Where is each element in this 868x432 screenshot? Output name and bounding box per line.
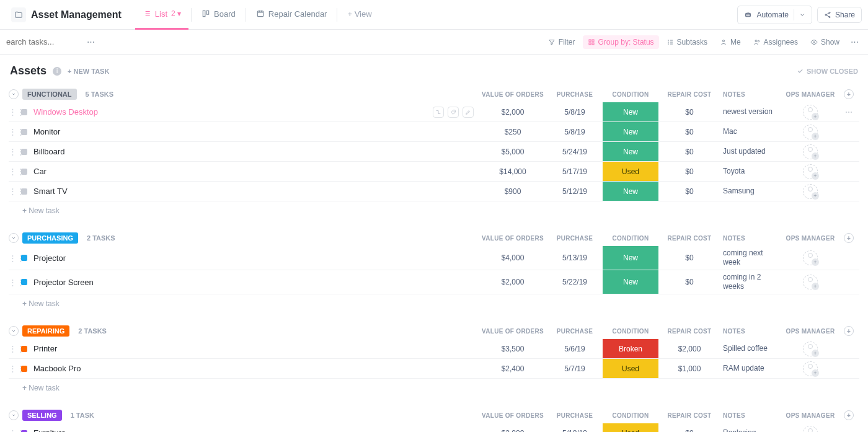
subtasks-button[interactable]: Subtasks — [662, 35, 712, 49]
group-new-task-button[interactable]: + New task — [9, 379, 859, 394]
status-square-icon[interactable] — [21, 430, 27, 433]
cell-notes[interactable]: Samsung — [720, 184, 782, 198]
assign-avatar-icon[interactable] — [803, 125, 818, 139]
cell-condition[interactable]: Used — [603, 162, 658, 181]
assign-avatar-icon[interactable] — [803, 184, 818, 199]
edit-icon[interactable] — [463, 107, 474, 118]
drag-handle-icon[interactable]: ⋮⋮ — [9, 364, 20, 373]
condition-badge[interactable]: New — [603, 246, 658, 270]
assign-avatar-icon[interactable] — [803, 144, 818, 159]
cell-value[interactable]: $2,000 — [479, 278, 547, 286]
cell-value[interactable]: $2,000 — [479, 429, 547, 433]
status-pill[interactable]: PURCHASING — [22, 232, 78, 244]
group-new-task-button[interactable]: + New task — [9, 201, 859, 216]
cell-notes[interactable]: newest version — [720, 105, 782, 119]
toolbar-more-icon[interactable]: ⋯ — [847, 37, 862, 46]
cell-value[interactable]: $2,400 — [479, 364, 547, 373]
task-row[interactable]: ⋮⋮Macbook Pro$2,4005/7/19Used$1,000RAM u… — [9, 359, 859, 379]
task-name[interactable]: Furniture — [33, 425, 479, 432]
info-icon[interactable]: i — [53, 67, 61, 76]
cell-condition[interactable]: New — [603, 142, 658, 161]
cell-condition[interactable]: New — [603, 102, 658, 121]
cell-notes[interactable]: Mac — [720, 125, 782, 139]
task-row[interactable]: ⋮⋮Furniture$2,0005/18/19Used$0Replacing — [9, 423, 859, 432]
status-square-icon[interactable] — [21, 188, 27, 195]
drag-handle-icon[interactable]: ⋮⋮ — [9, 278, 20, 287]
status-square-icon[interactable] — [21, 149, 27, 155]
row-more-icon[interactable]: ⋯ — [838, 108, 859, 117]
cell-value[interactable]: $900 — [479, 187, 547, 196]
cell-value[interactable]: $3,500 — [479, 345, 547, 353]
task-row[interactable]: ⋮⋮Windows Desktop$2,0005/8/19New$0newest… — [9, 102, 859, 122]
task-row[interactable]: ⋮⋮Printer$3,5005/6/19Broken$2,000Spilled… — [9, 339, 859, 359]
task-row[interactable]: ⋮⋮Monitor$2505/8/19New$0Mac — [9, 122, 859, 142]
cell-condition[interactable]: Used — [603, 359, 658, 378]
add-column-button[interactable]: + — [838, 326, 859, 336]
cell-notes[interactable]: RAM update — [720, 361, 782, 376]
subtask-icon[interactable] — [433, 107, 444, 118]
cell-repair-cost[interactable]: $0 — [658, 429, 720, 433]
show-button[interactable]: Show — [805, 35, 844, 49]
cell-condition[interactable]: New — [603, 270, 658, 294]
tab-list[interactable]: List2 ▾ — [135, 0, 188, 30]
cell-purchase[interactable]: 5/13/19 — [547, 253, 603, 262]
cell-purchase[interactable]: 5/24/19 — [547, 148, 603, 156]
group-by-button[interactable]: Group by: Status — [583, 35, 659, 49]
cell-value[interactable]: $250 — [479, 128, 547, 136]
status-pill[interactable]: FUNCTIONAL — [22, 89, 77, 100]
task-name[interactable]: Projector Screen — [33, 274, 479, 291]
status-square-icon[interactable] — [21, 255, 27, 261]
cell-repair-cost[interactable]: $0 — [658, 148, 720, 156]
task-row[interactable]: ⋮⋮Smart TV$9005/12/19New$0Samsung — [9, 182, 859, 201]
cell-ops-manager[interactable] — [782, 184, 838, 199]
drag-handle-icon[interactable]: ⋮⋮ — [9, 107, 20, 117]
task-name[interactable]: Windows Desktop — [33, 104, 433, 120]
task-name[interactable]: Billboard — [33, 143, 479, 160]
collapse-toggle[interactable] — [9, 89, 19, 99]
condition-badge[interactable]: New — [603, 270, 658, 294]
cell-ops-manager[interactable] — [782, 426, 838, 433]
filter-button[interactable]: Filter — [543, 35, 580, 49]
condition-badge[interactable]: Used — [603, 359, 658, 378]
drag-handle-icon[interactable]: ⋮⋮ — [9, 253, 20, 263]
cell-ops-manager[interactable] — [782, 275, 838, 289]
assign-avatar-icon[interactable] — [803, 275, 818, 289]
cell-notes[interactable]: coming in 2 weeks — [720, 270, 782, 294]
status-square-icon[interactable] — [21, 109, 27, 115]
condition-badge[interactable]: New — [603, 102, 658, 121]
task-name[interactable]: Projector — [33, 250, 479, 267]
cell-value[interactable]: $4,000 — [479, 253, 547, 262]
collapse-toggle[interactable] — [9, 410, 19, 420]
status-pill[interactable]: SELLING — [22, 410, 62, 421]
cell-purchase[interactable]: 5/6/19 — [547, 345, 603, 353]
status-square-icon[interactable] — [21, 279, 27, 285]
condition-badge[interactable]: Used — [603, 162, 658, 181]
cell-repair-cost[interactable]: $0 — [658, 167, 720, 176]
new-task-button[interactable]: + NEW TASK — [68, 68, 109, 75]
cell-notes[interactable]: coming next week — [720, 246, 782, 270]
cell-value[interactable]: $14,000 — [479, 167, 547, 176]
assign-avatar-icon[interactable] — [803, 105, 818, 120]
condition-badge[interactable]: New — [603, 182, 658, 201]
cell-notes[interactable]: Toyota — [720, 164, 782, 179]
cell-notes[interactable]: Replacing — [720, 426, 782, 432]
task-row[interactable]: ⋮⋮Projector Screen$2,0005/22/19New$0comi… — [9, 270, 859, 294]
assign-avatar-icon[interactable] — [803, 342, 818, 356]
task-name[interactable]: Macbook Pro — [33, 360, 479, 377]
assignees-button[interactable]: Assignees — [748, 35, 803, 49]
cell-notes[interactable]: Spilled coffee — [720, 342, 782, 356]
group-new-task-button[interactable]: + New task — [9, 294, 859, 309]
status-square-icon[interactable] — [21, 129, 27, 135]
cell-condition[interactable]: New — [603, 246, 658, 270]
assign-avatar-icon[interactable] — [803, 164, 818, 179]
cell-purchase[interactable]: 5/12/19 — [547, 187, 603, 196]
condition-badge[interactable]: Used — [603, 423, 658, 432]
cell-repair-cost[interactable]: $0 — [658, 128, 720, 136]
cell-condition[interactable]: New — [603, 122, 658, 141]
task-name[interactable]: Monitor — [33, 123, 479, 140]
status-pill[interactable]: REPAIRING — [22, 325, 69, 337]
tab-board[interactable]: Board — [194, 0, 243, 30]
cell-ops-manager[interactable] — [782, 250, 838, 265]
add-view-button[interactable]: + View — [340, 0, 379, 30]
drag-handle-icon[interactable]: ⋮⋮ — [9, 344, 20, 353]
